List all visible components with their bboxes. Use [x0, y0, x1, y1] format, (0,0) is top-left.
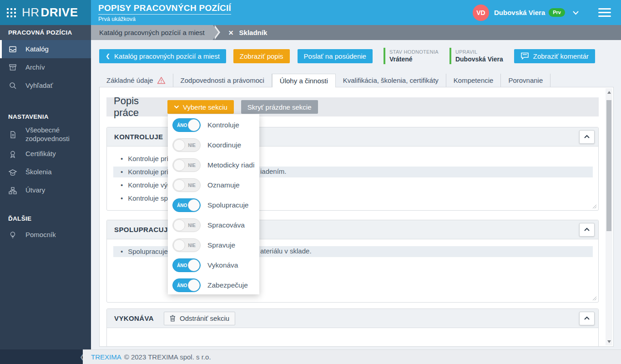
section-heading: Popis práce — [114, 95, 165, 119]
edited-by-label: UPRAVIL — [455, 49, 503, 55]
button-label: Poslať na posúdenie — [304, 52, 366, 60]
toggle-state-label: ÁNO — [177, 263, 187, 268]
tab-zodpovednosti[interactable]: Zodpovednosti a právomoci — [173, 74, 272, 87]
sidebar-item-vseobecne-zodpovednosti[interactable]: Všeobecné zodpovednosti — [0, 124, 91, 145]
toggle-knob — [173, 239, 185, 251]
popis-prace-header: Popis práce Vyberte sekciu Skryť prázdne… — [106, 97, 599, 116]
resize-grip[interactable] — [592, 204, 597, 209]
detail-tabs: Základné údaje Zodpovednosti a právomoci… — [99, 74, 621, 87]
sidebar-item-label: Archív — [25, 63, 45, 72]
select-section-button[interactable]: Vyberte sekciu — [167, 100, 234, 114]
toggle-knob — [188, 199, 200, 211]
sidebar-item-vyhladat[interactable]: Vyhľadať — [0, 76, 91, 95]
button-label: Skryť prázdne sekcie — [247, 103, 312, 111]
edited-by-group: UPRAVIL Dubovská Viera — [449, 48, 503, 64]
chevron-down-icon[interactable] — [572, 10, 579, 15]
dropdown-item-vykonava[interactable]: ÁNO Vykonáva — [168, 255, 259, 275]
toggle-switch[interactable]: ÁNO — [172, 258, 201, 272]
toggle-knob — [173, 219, 185, 231]
toggle-switch[interactable]: ÁNO — [172, 198, 201, 212]
sidebar-item-label: Katalóg — [25, 45, 49, 54]
tab-skladnik[interactable]: Skladník — [239, 25, 268, 40]
toggle-switch[interactable]: NIE — [172, 238, 201, 252]
dropdown-item-metodicky-riadi[interactable]: NIE Metodicky riadi — [168, 155, 259, 175]
section-body[interactable] — [107, 328, 598, 347]
vertical-scrollbar[interactable] — [606, 88, 612, 345]
tab-label: Porovnanie — [508, 74, 543, 87]
chevron-down-icon — [174, 105, 179, 109]
dropdown-item-spracovava[interactable]: NIE Spracováva — [168, 215, 259, 235]
toggle-switch[interactable]: NIE — [172, 178, 201, 192]
collapse-section-button[interactable] — [579, 130, 595, 144]
dropdown-item-kontroluje[interactable]: ÁNO Kontroluje — [168, 115, 259, 135]
sidebar-item-certifikaty[interactable]: Certifikáty — [0, 145, 91, 163]
remove-section-button[interactable]: Odstrániť sekciu — [164, 312, 235, 325]
task-text-tail: iadením. — [260, 166, 287, 177]
sidebar-section-nastavenia: NASTAVENIA — [0, 109, 91, 124]
sidebar-item-label: Útvary — [25, 186, 45, 195]
toggle-state-label: NIE — [188, 223, 196, 228]
tab-label: Kompetencie — [454, 74, 494, 87]
show-comment-button[interactable]: Zobraziť komentár — [514, 49, 595, 63]
toggle-switch[interactable]: ÁNO — [172, 118, 201, 132]
collapse-section-button[interactable] — [579, 312, 595, 325]
tab-ulohy-a-cinnosti[interactable]: Úlohy a činnosti — [272, 74, 336, 87]
user-role-badge: Prv — [549, 8, 565, 17]
archive-box-icon — [8, 63, 17, 72]
grid-dots-icon[interactable] — [6, 8, 16, 18]
copyright-text: © 2023 TREXIMA spol. s r.o. — [124, 353, 211, 361]
section-title: KONTROLUJE — [114, 133, 163, 141]
show-description-button[interactable]: Zobraziť popis — [233, 49, 290, 63]
section-header: VYKONÁVA Odstrániť sekciu — [107, 309, 598, 328]
scrollbar-thumb[interactable] — [606, 100, 611, 231]
dropdown-item-koordinuje[interactable]: NIE Koordinuje — [168, 135, 259, 155]
task-text-tail: ateriálu v sklade. — [260, 246, 312, 257]
dropdown-item-zabezpecuje[interactable]: ÁNO Zabezpečuje — [168, 275, 259, 295]
toggle-switch[interactable]: NIE — [172, 158, 201, 172]
sidebar-item-skolenia[interactable]: Školenia — [0, 163, 91, 182]
button-label: Odstrániť sekciu — [180, 314, 229, 322]
hamburger-menu-icon[interactable] — [598, 8, 611, 17]
tab-kompetencie[interactable]: Kompetencie — [446, 74, 501, 87]
dropdown-item-oznamuje[interactable]: NIE Oznamuje — [168, 175, 259, 195]
button-label: Zobraziť popis — [240, 52, 283, 60]
scroll-up-arrow[interactable] — [606, 88, 612, 96]
toggle-switch[interactable]: ÁNO — [172, 278, 201, 292]
toggle-switch[interactable]: NIE — [172, 138, 201, 152]
hide-empty-sections-button[interactable]: Skryť prázdne sekcie — [241, 100, 318, 114]
trexima-link[interactable]: TREXIMA — [91, 353, 121, 361]
sidebar-item-katalog[interactable]: Katalóg — [0, 40, 91, 58]
avatar[interactable]: VD — [473, 5, 489, 21]
sidebar-item-archiv[interactable]: Archív — [0, 58, 91, 76]
dropdown-item-spolupracuje[interactable]: ÁNO Spolupracuje — [168, 195, 259, 215]
close-icon[interactable]: ✕ — [228, 25, 234, 40]
sidebar-item-utvary[interactable]: Útvary — [0, 182, 91, 200]
tab-kvalifikacia[interactable]: Kvalifikácia, školenia, certifikáty — [336, 74, 446, 87]
scroll-down-arrow[interactable] — [606, 338, 612, 345]
toggle-state-label: NIE — [188, 183, 196, 188]
send-for-review-button[interactable]: Poslať na posúdenie — [298, 49, 373, 63]
section-title: SPOLUPRACUJE — [114, 226, 172, 233]
page-title-block: POPISY PRACOVNÝCH POZÍCIÍ Prvá ukážková — [98, 3, 231, 22]
sidebar-item-pomocnik[interactable]: Pomocník — [0, 226, 91, 244]
tab-label: Základné údaje — [106, 74, 153, 87]
dropdown-item-label: Vykonáva — [207, 261, 238, 269]
button-label: Vyberte sekciu — [183, 103, 227, 111]
sidebar-collapse-button[interactable]: ❮ — [0, 349, 91, 364]
page-title[interactable]: POPISY PRACOVNÝCH POZÍCIÍ — [98, 3, 231, 15]
toggle-switch[interactable]: NIE — [172, 218, 201, 232]
status-accent-bar — [384, 48, 385, 64]
back-button-label: Katalóg pracovných pozícií a miest — [114, 52, 220, 60]
tab-katalog-pracovnych-pozicii[interactable]: Katalóg pracovných pozícií a miest — [91, 25, 213, 40]
dropdown-item-label: Oznamuje — [207, 181, 240, 189]
back-to-catalog-button[interactable]: ❮ Katalóg pracovných pozícií a miest — [99, 49, 226, 63]
toggle-state-label: ÁNO — [177, 203, 187, 208]
toggle-state-label: ÁNO — [177, 123, 187, 128]
tab-zakladne-udaje[interactable]: Základné údaje — [99, 74, 173, 87]
dropdown-item-spravuje[interactable]: NIE Spravuje — [168, 235, 259, 255]
tab-porovnanie[interactable]: Porovnanie — [501, 74, 550, 87]
collapse-section-button[interactable] — [579, 223, 595, 237]
lightbulb-icon — [8, 231, 17, 240]
dropdown-item-label: Zabezpečuje — [207, 281, 248, 289]
resize-grip[interactable] — [592, 296, 597, 301]
